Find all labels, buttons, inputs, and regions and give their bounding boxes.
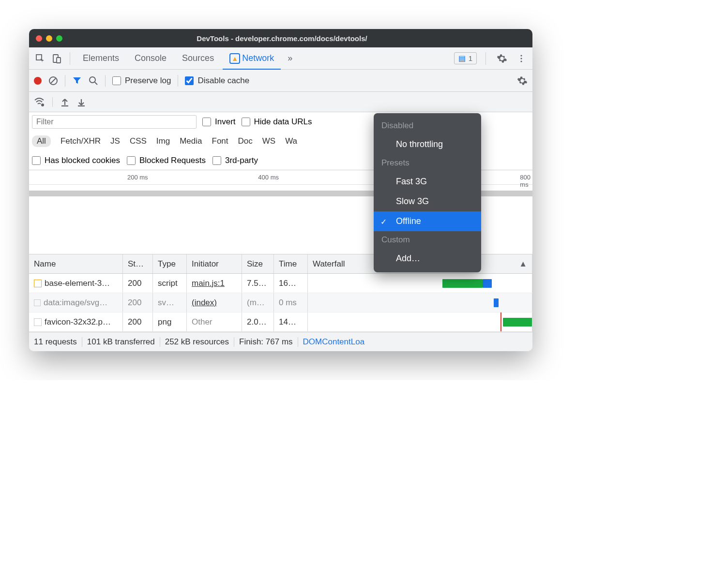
col-initiator[interactable]: Initiator <box>187 254 242 273</box>
svg-point-4 <box>520 58 522 59</box>
divider <box>105 75 106 87</box>
filter-type-ws[interactable]: WS <box>262 136 275 146</box>
col-status[interactable]: St… <box>123 254 153 273</box>
dropdown-section-disabled: Disabled <box>374 117 481 134</box>
initiator-text: Other <box>192 317 212 327</box>
table-row[interactable]: base-element-3… 200 script main.js:1 7.5… <box>29 274 532 293</box>
kebab-menu-icon[interactable] <box>514 51 529 66</box>
initiator-link[interactable]: (index) <box>192 298 217 308</box>
issues-button[interactable]: ▤ 1 <box>454 52 477 64</box>
svg-rect-2 <box>57 58 61 63</box>
disable-cache-checkbox[interactable]: Disable cache <box>185 76 249 86</box>
dropdown-item-no-throttling[interactable]: No throttling <box>374 134 481 154</box>
status-requests: 11 requests <box>34 337 77 347</box>
dropdown-item-fast-3g[interactable]: Fast 3G <box>374 172 481 192</box>
search-icon[interactable] <box>89 76 98 86</box>
svg-point-10 <box>41 104 44 106</box>
filter-input[interactable] <box>32 115 197 129</box>
inspect-icon[interactable] <box>33 51 47 66</box>
status-transferred: 101 kB transferred <box>87 337 155 347</box>
dropdown-item-add[interactable]: Add… <box>374 249 481 268</box>
devtools-window: DevTools - developer.chrome.com/docs/dev… <box>29 29 532 351</box>
filter-type-media[interactable]: Media <box>180 136 202 146</box>
tab-console[interactable]: Console <box>128 47 173 70</box>
hide-data-urls-checkbox[interactable]: Hide data URLs <box>242 117 312 127</box>
filter-type-fetch-xhr[interactable]: Fetch/XHR <box>61 136 101 146</box>
warning-icon: ▲ <box>229 53 240 64</box>
record-button[interactable] <box>34 77 42 85</box>
tab-network[interactable]: ▲ Network <box>223 47 281 70</box>
svg-line-7 <box>51 78 56 83</box>
status-finish: Finish: 767 ms <box>239 337 293 347</box>
file-image-icon <box>34 318 42 326</box>
device-toggle-icon[interactable] <box>49 51 64 66</box>
dropdown-section-presets: Presets <box>374 154 481 172</box>
svg-line-9 <box>95 82 97 85</box>
has-blocked-cookies-checkbox[interactable]: Has blocked cookies <box>32 156 120 165</box>
divider <box>52 97 53 107</box>
preserve-log-checkbox[interactable]: Preserve log <box>112 76 171 86</box>
network-conditions-icon[interactable] <box>34 97 45 107</box>
divider <box>65 75 65 87</box>
import-icon[interactable] <box>61 97 69 107</box>
divider <box>485 52 486 65</box>
tick-label: 800 ms <box>520 174 532 188</box>
clear-icon[interactable] <box>48 76 58 86</box>
table-row[interactable]: favicon-32x32.p… 200 png Other 2.0… 14… <box>29 312 532 332</box>
tick-label: 400 ms <box>258 174 281 181</box>
waterfall-bar <box>494 298 498 307</box>
export-icon[interactable] <box>77 97 86 107</box>
status-bar: 11 requests 101 kB transferred 252 kB re… <box>29 332 532 351</box>
issues-icon: ▤ <box>458 54 466 63</box>
titlebar: DevTools - developer.chrome.com/docs/dev… <box>29 29 532 47</box>
filter-type-font[interactable]: Font <box>212 136 228 146</box>
col-size[interactable]: Size <box>242 254 274 273</box>
status-resources: 252 kB resources <box>165 337 229 347</box>
settings-icon[interactable] <box>495 51 509 66</box>
main-tabs-bar: Elements Console Sources ▲ Network » ▤ 1 <box>29 47 532 70</box>
svg-point-5 <box>520 60 522 62</box>
svg-point-8 <box>90 77 95 83</box>
filter-type-img[interactable]: Img <box>156 136 170 146</box>
network-toolbar-2 <box>29 92 532 112</box>
more-tabs-icon[interactable]: » <box>283 53 297 63</box>
tab-sources[interactable]: Sources <box>175 47 221 70</box>
sort-asc-icon: ▲ <box>519 259 527 269</box>
issues-count: 1 <box>469 54 472 62</box>
waterfall-bar <box>503 318 532 327</box>
network-settings-icon[interactable] <box>517 75 528 86</box>
divider <box>178 75 178 87</box>
tick-label: 200 ms <box>127 174 150 181</box>
row-load-marker <box>500 312 501 331</box>
network-toolbar: Preserve log Disable cache <box>29 70 532 92</box>
col-time[interactable]: Time <box>274 254 308 273</box>
tab-elements[interactable]: Elements <box>76 47 126 70</box>
check-icon: ✓ <box>380 217 387 226</box>
filter-type-css[interactable]: CSS <box>130 136 147 146</box>
third-party-checkbox[interactable]: 3rd-party <box>212 156 258 165</box>
filter-type-all[interactable]: All <box>32 135 51 147</box>
blocked-requests-checkbox[interactable]: Blocked Requests <box>127 156 206 165</box>
window-title: DevTools - developer.chrome.com/docs/dev… <box>38 34 526 43</box>
file-script-icon <box>34 280 42 287</box>
filter-type-js[interactable]: JS <box>110 136 120 146</box>
divider <box>70 52 70 65</box>
dropdown-item-offline[interactable]: ✓ Offline <box>374 211 481 231</box>
svg-point-3 <box>520 55 522 56</box>
col-type[interactable]: Type <box>153 254 187 273</box>
table-row[interactable]: data:image/svg… 200 sv… (index) (m… 0 ms <box>29 293 532 312</box>
dropdown-section-custom: Custom <box>374 231 481 249</box>
filter-icon[interactable] <box>72 76 82 86</box>
dropdown-item-slow-3g[interactable]: Slow 3G <box>374 192 481 211</box>
waterfall-bar <box>483 279 492 288</box>
file-image-icon <box>34 299 41 306</box>
col-name[interactable]: Name <box>29 254 123 273</box>
filter-type-wasm[interactable]: Wa <box>285 136 297 146</box>
throttling-dropdown: Disabled No throttling Presets Fast 3G S… <box>374 113 481 272</box>
initiator-link[interactable]: main.js:1 <box>192 279 225 288</box>
invert-checkbox[interactable]: Invert <box>202 117 236 127</box>
waterfall-bar <box>442 279 483 288</box>
filter-type-doc[interactable]: Doc <box>238 136 253 146</box>
status-dcl: DOMContentLoa <box>303 337 365 347</box>
